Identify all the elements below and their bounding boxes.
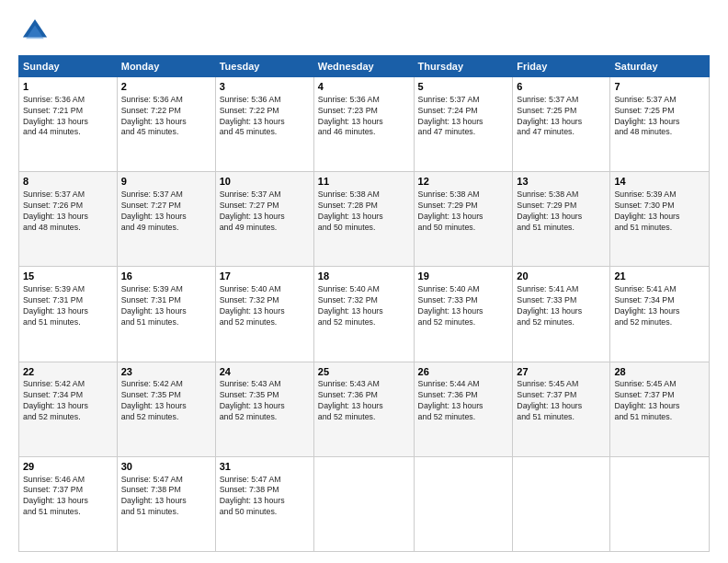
header-cell-friday: Friday	[513, 56, 610, 77]
day-cell: 24Sunrise: 5:43 AM Sunset: 7:35 PM Dayli…	[215, 362, 313, 456]
week-row-3: 15Sunrise: 5:39 AM Sunset: 7:31 PM Dayli…	[19, 267, 710, 362]
day-cell: 27Sunrise: 5:45 AM Sunset: 7:37 PM Dayli…	[513, 362, 610, 456]
header-cell-wednesday: Wednesday	[313, 56, 414, 77]
header-cell-tuesday: Tuesday	[215, 56, 313, 77]
day-info: Sunrise: 5:47 AM Sunset: 7:38 PM Dayligh…	[121, 475, 211, 519]
day-cell: 21Sunrise: 5:41 AM Sunset: 7:34 PM Dayli…	[610, 267, 710, 362]
day-number: 20	[517, 270, 606, 283]
day-cell	[313, 456, 414, 551]
day-cell	[610, 456, 710, 551]
day-info: Sunrise: 5:37 AM Sunset: 7:27 PM Dayligh…	[220, 190, 310, 234]
day-info: Sunrise: 5:45 AM Sunset: 7:37 PM Dayligh…	[614, 379, 705, 423]
day-number: 11	[318, 175, 410, 189]
day-info: Sunrise: 5:37 AM Sunset: 7:25 PM Dayligh…	[517, 95, 606, 139]
day-cell: 14Sunrise: 5:39 AM Sunset: 7:30 PM Dayli…	[610, 172, 710, 267]
logo-icon	[18, 15, 51, 48]
day-number: 4	[318, 80, 410, 94]
day-number: 16	[121, 270, 211, 283]
day-info: Sunrise: 5:36 AM Sunset: 7:23 PM Dayligh…	[318, 95, 410, 139]
day-number: 18	[318, 270, 410, 283]
day-cell: 13Sunrise: 5:38 AM Sunset: 7:29 PM Dayli…	[513, 172, 610, 267]
day-number: 29	[23, 460, 113, 474]
week-row-2: 8Sunrise: 5:37 AM Sunset: 7:26 PM Daylig…	[19, 172, 710, 267]
day-info: Sunrise: 5:42 AM Sunset: 7:35 PM Dayligh…	[121, 379, 211, 423]
day-cell: 11Sunrise: 5:38 AM Sunset: 7:28 PM Dayli…	[313, 172, 414, 267]
header-cell-thursday: Thursday	[414, 56, 513, 77]
day-cell	[414, 456, 513, 551]
day-number: 21	[614, 270, 705, 283]
day-info: Sunrise: 5:37 AM Sunset: 7:24 PM Dayligh…	[418, 95, 509, 139]
day-cell: 3Sunrise: 5:36 AM Sunset: 7:22 PM Daylig…	[215, 77, 313, 172]
day-info: Sunrise: 5:40 AM Sunset: 7:33 PM Dayligh…	[418, 284, 509, 328]
day-info: Sunrise: 5:46 AM Sunset: 7:37 PM Dayligh…	[23, 475, 113, 519]
week-row-1: 1Sunrise: 5:36 AM Sunset: 7:21 PM Daylig…	[19, 77, 710, 172]
day-info: Sunrise: 5:38 AM Sunset: 7:28 PM Dayligh…	[318, 190, 410, 234]
day-info: Sunrise: 5:40 AM Sunset: 7:32 PM Dayligh…	[220, 284, 310, 328]
day-info: Sunrise: 5:36 AM Sunset: 7:22 PM Dayligh…	[220, 95, 310, 139]
day-number: 13	[517, 175, 606, 189]
day-info: Sunrise: 5:37 AM Sunset: 7:27 PM Dayligh…	[121, 190, 211, 234]
day-info: Sunrise: 5:45 AM Sunset: 7:37 PM Dayligh…	[517, 379, 606, 423]
week-row-5: 29Sunrise: 5:46 AM Sunset: 7:37 PM Dayli…	[19, 456, 710, 551]
day-number: 17	[220, 270, 310, 283]
day-cell: 22Sunrise: 5:42 AM Sunset: 7:34 PM Dayli…	[19, 362, 118, 456]
day-cell: 7Sunrise: 5:37 AM Sunset: 7:25 PM Daylig…	[610, 77, 710, 172]
day-info: Sunrise: 5:39 AM Sunset: 7:31 PM Dayligh…	[121, 284, 211, 328]
day-number: 26	[418, 365, 509, 379]
calendar: SundayMondayTuesdayWednesdayThursdayFrid…	[18, 55, 710, 552]
day-info: Sunrise: 5:38 AM Sunset: 7:29 PM Dayligh…	[517, 190, 606, 234]
day-number: 31	[220, 460, 310, 474]
day-number: 22	[23, 365, 113, 379]
day-number: 3	[220, 80, 310, 94]
day-number: 30	[121, 460, 211, 474]
day-number: 1	[23, 80, 113, 94]
day-cell: 30Sunrise: 5:47 AM Sunset: 7:38 PM Dayli…	[117, 456, 215, 551]
header-cell-monday: Monday	[117, 56, 215, 77]
day-number: 15	[23, 270, 113, 283]
day-number: 5	[418, 80, 509, 94]
day-number: 8	[23, 175, 113, 189]
day-number: 28	[614, 365, 705, 379]
day-cell: 9Sunrise: 5:37 AM Sunset: 7:27 PM Daylig…	[117, 172, 215, 267]
day-cell: 29Sunrise: 5:46 AM Sunset: 7:37 PM Dayli…	[19, 456, 118, 551]
day-info: Sunrise: 5:44 AM Sunset: 7:36 PM Dayligh…	[418, 379, 509, 423]
day-number: 10	[220, 175, 310, 189]
day-cell: 28Sunrise: 5:45 AM Sunset: 7:37 PM Dayli…	[610, 362, 710, 456]
day-cell: 17Sunrise: 5:40 AM Sunset: 7:32 PM Dayli…	[215, 267, 313, 362]
day-info: Sunrise: 5:41 AM Sunset: 7:33 PM Dayligh…	[517, 284, 606, 328]
day-cell: 26Sunrise: 5:44 AM Sunset: 7:36 PM Dayli…	[414, 362, 513, 456]
day-number: 7	[614, 80, 705, 94]
day-info: Sunrise: 5:41 AM Sunset: 7:34 PM Dayligh…	[614, 284, 705, 328]
day-number: 19	[418, 270, 509, 283]
day-info: Sunrise: 5:47 AM Sunset: 7:38 PM Dayligh…	[220, 475, 310, 519]
day-info: Sunrise: 5:37 AM Sunset: 7:26 PM Dayligh…	[23, 190, 113, 234]
day-cell: 31Sunrise: 5:47 AM Sunset: 7:38 PM Dayli…	[215, 456, 313, 551]
day-info: Sunrise: 5:43 AM Sunset: 7:36 PM Dayligh…	[318, 379, 410, 423]
day-cell: 1Sunrise: 5:36 AM Sunset: 7:21 PM Daylig…	[19, 77, 118, 172]
day-info: Sunrise: 5:42 AM Sunset: 7:34 PM Dayligh…	[23, 379, 113, 423]
day-info: Sunrise: 5:36 AM Sunset: 7:22 PM Dayligh…	[121, 95, 211, 139]
day-cell: 12Sunrise: 5:38 AM Sunset: 7:29 PM Dayli…	[414, 172, 513, 267]
header-cell-saturday: Saturday	[610, 56, 710, 77]
day-info: Sunrise: 5:43 AM Sunset: 7:35 PM Dayligh…	[220, 379, 310, 423]
day-number: 2	[121, 80, 211, 94]
day-info: Sunrise: 5:38 AM Sunset: 7:29 PM Dayligh…	[418, 190, 509, 234]
day-cell: 15Sunrise: 5:39 AM Sunset: 7:31 PM Dayli…	[19, 267, 118, 362]
day-number: 24	[220, 365, 310, 379]
header-cell-sunday: Sunday	[19, 56, 118, 77]
day-info: Sunrise: 5:39 AM Sunset: 7:31 PM Dayligh…	[23, 284, 113, 328]
header-row: SundayMondayTuesdayWednesdayThursdayFrid…	[19, 56, 710, 77]
day-number: 9	[121, 175, 211, 189]
calendar-body: 1Sunrise: 5:36 AM Sunset: 7:21 PM Daylig…	[19, 77, 710, 552]
day-info: Sunrise: 5:36 AM Sunset: 7:21 PM Dayligh…	[23, 95, 113, 139]
day-cell: 6Sunrise: 5:37 AM Sunset: 7:25 PM Daylig…	[513, 77, 610, 172]
day-number: 6	[517, 80, 606, 94]
day-number: 25	[318, 365, 410, 379]
day-cell: 20Sunrise: 5:41 AM Sunset: 7:33 PM Dayli…	[513, 267, 610, 362]
day-cell: 18Sunrise: 5:40 AM Sunset: 7:32 PM Dayli…	[313, 267, 414, 362]
day-cell: 8Sunrise: 5:37 AM Sunset: 7:26 PM Daylig…	[19, 172, 118, 267]
day-cell: 10Sunrise: 5:37 AM Sunset: 7:27 PM Dayli…	[215, 172, 313, 267]
day-cell	[513, 456, 610, 551]
day-cell: 4Sunrise: 5:36 AM Sunset: 7:23 PM Daylig…	[313, 77, 414, 172]
day-number: 23	[121, 365, 211, 379]
